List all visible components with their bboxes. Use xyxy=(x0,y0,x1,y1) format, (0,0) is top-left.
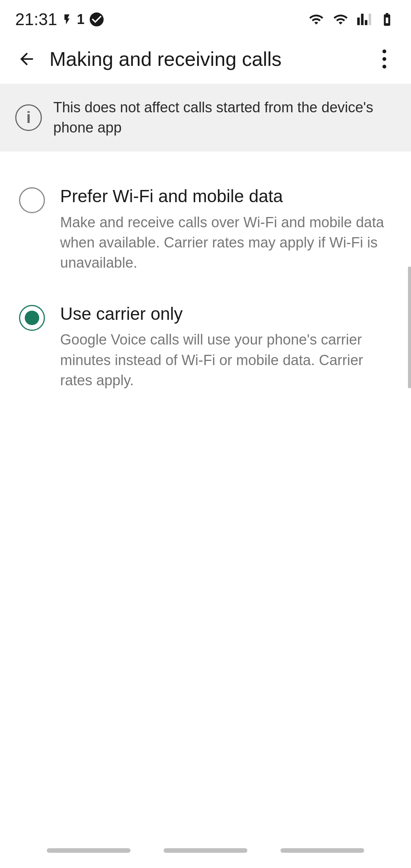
status-time: 21:31 xyxy=(15,10,57,29)
info-icon: i xyxy=(15,104,42,131)
option-wifi-mobile-text: Prefer Wi-Fi and mobile data Make and re… xyxy=(60,186,392,273)
option-carrier-only-desc: Google Voice calls will use your phone's… xyxy=(60,330,392,391)
app-bar: Making and receiving calls xyxy=(0,34,411,84)
option-wifi-mobile-title: Prefer Wi-Fi and mobile data xyxy=(60,186,392,207)
status-bar: 21:31 1 xyxy=(0,0,411,34)
info-banner: i This does not affect calls started fro… xyxy=(0,84,411,152)
info-banner-text: This does not affect calls started from … xyxy=(53,97,396,138)
radio-carrier-only-fill xyxy=(25,311,39,325)
radio-carrier-only[interactable] xyxy=(19,305,45,331)
option-wifi-mobile-desc: Make and receive calls over Wi-Fi and mo… xyxy=(60,212,392,273)
bottom-nav xyxy=(0,848,411,853)
nav-pill-home[interactable] xyxy=(164,848,247,853)
overflow-dot-2 xyxy=(382,57,386,61)
option-carrier-only-title: Use carrier only xyxy=(60,303,392,324)
nav-pill-back[interactable] xyxy=(47,848,131,853)
network-badge: 1 xyxy=(77,11,84,27)
option-wifi-mobile[interactable]: Prefer Wi-Fi and mobile data Make and re… xyxy=(0,171,411,288)
battery-icon xyxy=(378,12,396,27)
back-button[interactable] xyxy=(11,44,42,74)
overflow-menu-button[interactable] xyxy=(369,44,400,74)
option-carrier-only[interactable]: Use carrier only Google Voice calls will… xyxy=(0,288,411,406)
wifi-icon xyxy=(307,12,326,27)
option-carrier-only-text: Use carrier only Google Voice calls will… xyxy=(60,303,392,391)
status-left-icons: 21:31 1 xyxy=(15,10,105,29)
bolt-icon xyxy=(61,11,73,28)
page-title: Making and receiving calls xyxy=(49,48,369,70)
overflow-dot-1 xyxy=(382,49,386,53)
options-container: Prefer Wi-Fi and mobile data Make and re… xyxy=(0,163,411,413)
overflow-dot-3 xyxy=(382,65,386,69)
nav-pill-recents[interactable] xyxy=(280,848,364,853)
status-right-icons xyxy=(307,12,396,27)
radio-wifi-mobile[interactable] xyxy=(19,187,45,213)
scrollbar[interactable] xyxy=(408,266,411,388)
signal-icon xyxy=(355,12,373,27)
wifi-alt-icon xyxy=(331,12,350,27)
notification-icon xyxy=(88,11,105,28)
